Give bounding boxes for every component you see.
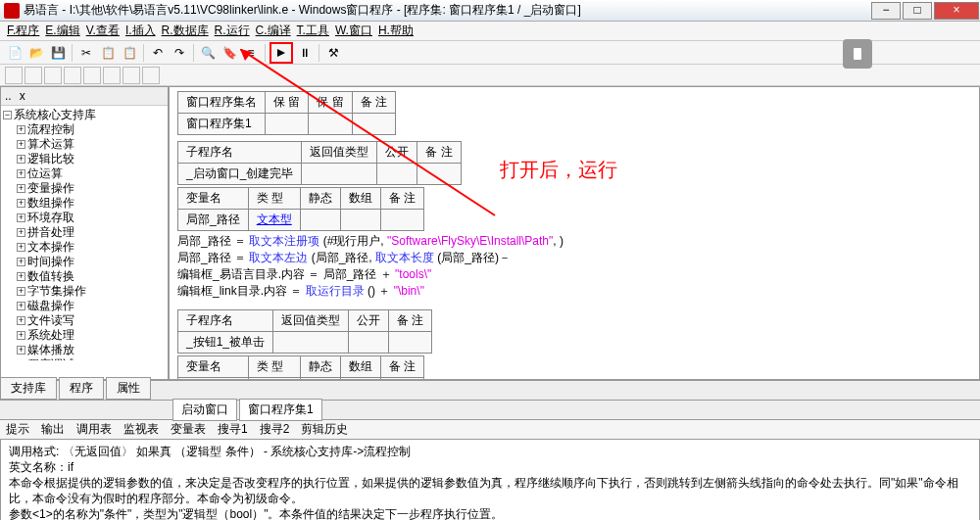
tree-node[interactable]: +媒体播放 [3,343,166,357]
panel-output[interactable]: 输出 [41,421,65,438]
tree-node[interactable]: +程序调试 [3,357,166,360]
minimize-button[interactable]: − [871,2,901,20]
expand-icon[interactable]: + [17,199,25,208]
menu-edit[interactable]: E.编辑 [45,23,79,39]
tree-node[interactable]: +磁盘操作 [3,299,166,313]
expand-icon[interactable]: + [17,346,25,355]
expand-icon[interactable]: + [17,213,25,222]
cell[interactable]: 文本型 [248,210,300,231]
close-button[interactable]: × [934,2,979,20]
tree-node[interactable]: +流程控制 [3,122,166,137]
sidebar-header-1[interactable]: .. [5,89,12,103]
tree-node[interactable]: +字节集操作 [3,284,166,299]
menu-view[interactable]: V.查看 [86,23,120,39]
copy-icon[interactable]: 📋 [98,43,118,63]
save-icon[interactable]: 💾 [48,43,68,63]
pause-icon[interactable]: ⏸ [295,43,315,63]
tb2-2[interactable] [24,67,42,84]
tree-node[interactable]: +文件读写 [3,313,166,328]
panel-search1[interactable]: 搜寻1 [218,421,248,438]
list-icon[interactable]: ≡ [241,43,261,63]
help-panel[interactable]: 调用格式: 〈无返回值〉 如果真 （逻辑型 条件） - 系统核心支持库->流程控… [0,439,980,520]
tree-node[interactable]: +拼音处理 [3,225,166,240]
tree-node[interactable]: +时间操作 [3,255,166,269]
expand-icon[interactable]: − [3,111,12,119]
code-editor[interactable]: 窗口程序集名保 留保 留备 注 窗口程序集1 子程序名返回值类型公开备 注 _启… [169,86,980,380]
tb2-5[interactable] [83,67,101,84]
cut-icon[interactable]: ✂ [76,43,96,63]
expand-icon[interactable]: + [17,184,25,193]
tb2-6[interactable] [103,67,121,84]
menu-tools[interactable]: T.工具 [297,23,329,39]
tree-node[interactable]: +算术运算 [3,137,166,152]
help-line: 调用格式: 〈无返回值〉 如果真 （逻辑型 条件） - 系统核心支持库->流程控… [9,444,971,459]
expand-icon[interactable]: + [17,272,25,281]
menu-window[interactable]: W.窗口 [335,23,372,39]
tree-node[interactable]: +数组操作 [3,196,166,211]
expand-icon[interactable]: + [17,287,25,296]
find-icon[interactable]: 🔍 [198,43,218,63]
tree-root[interactable]: 系统核心支持库 [14,108,96,122]
tree-node[interactable]: +文本操作 [3,240,166,255]
redo-icon[interactable]: ↷ [170,43,189,63]
tool-icon[interactable]: ⚒ [323,43,343,63]
panel-vars[interactable]: 变量表 [171,421,206,438]
editor-tab-progset[interactable]: 窗口程序集1 [239,399,322,421]
usb-device-icon[interactable] [843,39,872,69]
cell[interactable]: 局部_路径 [178,210,249,231]
expand-icon[interactable]: + [17,228,25,237]
tree-node[interactable]: +数值转换 [3,269,166,284]
expand-icon[interactable]: + [17,331,25,340]
panel-watch[interactable]: 监视表 [123,421,159,438]
expand-icon[interactable]: + [17,302,25,310]
tb2-8[interactable] [142,67,160,84]
expand-icon[interactable]: + [17,258,25,266]
tree-node[interactable]: +变量操作 [3,181,166,196]
menu-insert[interactable]: I.插入 [125,23,156,39]
paste-icon[interactable]: 📋 [120,43,139,63]
menu-run[interactable]: R.运行 [215,23,250,39]
expand-icon[interactable]: + [17,155,25,164]
tab-property[interactable]: 属性 [106,377,151,400]
tree-node[interactable]: +系统处理 [3,328,166,343]
panel-clip[interactable]: 剪辑历史 [301,421,348,438]
sidebar-header-2[interactable]: x [20,89,25,103]
col-h: 类 型 [248,356,300,378]
expand-icon[interactable]: + [17,316,25,325]
editor-tab-window[interactable]: 启动窗口 [172,399,237,421]
menu-help[interactable]: H.帮助 [378,23,414,39]
code-block[interactable]: 局部_路径 ＝ 取文本注册项 (#现行用户, "Software\FlySky\… [177,233,971,300]
panel-calltable[interactable]: 调用表 [76,421,112,438]
run-button[interactable] [270,42,293,64]
menu-database[interactable]: R.数据库 [162,23,209,39]
bookmark-icon[interactable]: 🔖 [220,43,239,63]
tab-program[interactable]: 程序 [59,377,104,400]
cell[interactable]: 局部_文本 [178,378,249,381]
panel-hint[interactable]: 提示 [6,421,29,438]
cell[interactable]: 文本型 [248,378,300,381]
undo-icon[interactable]: ↶ [148,43,168,63]
panel-search2[interactable]: 搜寻2 [260,421,290,438]
cell[interactable]: 窗口程序集1 [178,114,266,135]
cell[interactable]: _启动窗口_创建完毕 [178,164,302,185]
tree-node[interactable]: +逻辑比较 [3,152,166,166]
tree-node[interactable]: +位运算 [3,166,166,181]
maximize-button[interactable]: □ [903,2,932,20]
open-icon[interactable]: 📂 [26,43,46,63]
menu-program[interactable]: F.程序 [7,23,39,39]
expand-icon[interactable]: + [17,125,25,134]
tab-support[interactable]: 支持库 [0,377,57,400]
expand-icon[interactable]: + [17,243,25,252]
tb2-7[interactable] [122,67,140,84]
expand-icon[interactable]: + [17,140,25,149]
library-tree[interactable]: −系统核心支持库 +流程控制+算术运算+逻辑比较+位运算+变量操作+数组操作+环… [1,106,168,360]
tb2-3[interactable] [44,67,62,84]
new-icon[interactable]: 📄 [5,43,24,63]
tb2-4[interactable] [64,67,81,84]
menu-compile[interactable]: C.编译 [256,23,291,39]
cell[interactable]: _按钮1_被单击 [178,332,273,354]
tree-node[interactable]: +环境存取 [3,211,166,225]
expand-icon[interactable]: + [17,169,25,178]
col-h: 子程序名 [178,142,302,164]
tb2-1[interactable] [5,67,23,84]
